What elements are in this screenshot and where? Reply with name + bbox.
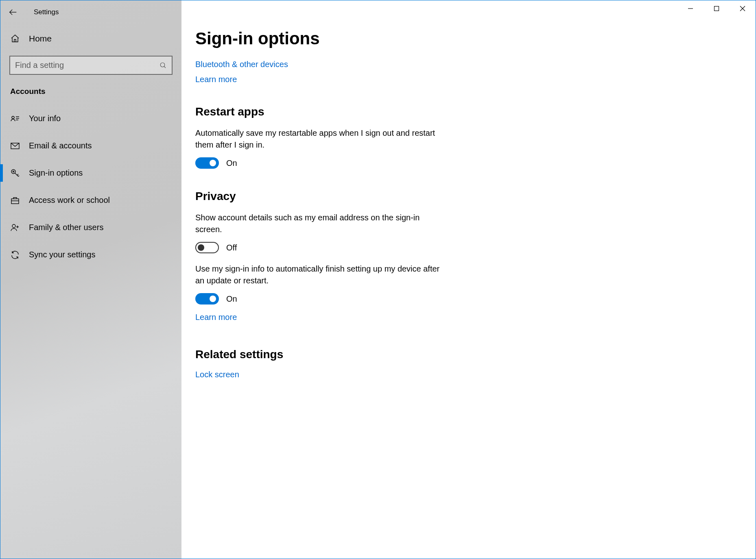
close-button[interactable] [730,0,756,17]
privacy-toggle-2-row: On [195,293,739,305]
home-label: Home [29,34,52,44]
svg-point-3 [12,116,14,119]
person-card-icon [10,114,20,124]
home-nav[interactable]: Home [0,22,181,56]
privacy-toggle-1-row: Off [195,242,739,253]
privacy-desc-2: Use my sign-in info to automatically fin… [195,263,448,287]
svg-point-15 [12,224,15,228]
titlebar-left: Settings [0,3,181,22]
minimize-icon [688,6,693,11]
svg-line-12 [18,176,19,176]
section-label: Accounts [0,83,181,105]
sidebar-item-sync-settings[interactable]: Sync your settings [0,241,181,268]
privacy-toggle-2-label: On [226,294,237,304]
restart-apps-description: Automatically save my restartable apps w… [195,127,448,151]
sidebar-item-sign-in-options[interactable]: Sign-in options [0,159,181,187]
svg-point-1 [160,63,165,67]
toggle-knob [198,244,204,251]
arrow-left-icon [9,8,17,17]
group-header-related: Related settings [195,348,739,361]
sidebar-item-label: Family & other users [29,223,103,232]
home-icon [10,34,20,44]
window-controls [181,0,756,19]
privacy-toggle-1-label: Off [226,243,237,252]
svg-point-9 [13,171,14,172]
minimize-button[interactable] [677,0,704,17]
briefcase-icon [10,196,20,205]
sidebar: Settings Home Accounts [0,0,181,559]
restart-apps-toggle-label: On [226,159,237,168]
key-icon [10,168,20,178]
sidebar-item-label: Access work or school [29,196,110,205]
svg-line-11 [17,174,18,175]
people-plus-icon [10,223,20,233]
restart-apps-toggle[interactable] [195,157,219,169]
toggle-knob [210,160,216,166]
back-button[interactable] [3,2,23,22]
maximize-icon [714,6,719,11]
svg-rect-13 [11,199,19,204]
link-learn-more-privacy[interactable]: Learn more [195,313,237,322]
privacy-toggle-2[interactable] [195,293,219,305]
search-box[interactable] [9,56,173,75]
svg-rect-19 [714,7,719,11]
group-header-privacy: Privacy [195,190,739,203]
app-title: Settings [34,8,59,16]
sidebar-item-your-info[interactable]: Your info [0,105,181,132]
mail-icon [10,141,20,151]
sync-icon [10,250,20,260]
privacy-toggle-1[interactable] [195,242,219,253]
close-icon [740,6,745,11]
page-title: Sign-in options [195,29,739,48]
toggle-knob [210,296,216,302]
group-header-restart-apps: Restart apps [195,105,739,118]
sidebar-item-label: Email & accounts [29,141,92,150]
search-wrap [0,56,181,83]
search-input[interactable] [15,61,159,70]
sidebar-item-family-other-users[interactable]: Family & other users [0,214,181,241]
sidebar-item-label: Sign-in options [29,168,83,178]
link-lock-screen[interactable]: Lock screen [195,370,239,379]
sidebar-item-access-work-school[interactable]: Access work or school [0,187,181,214]
sidebar-item-label: Your info [29,114,61,123]
content-area: Sign-in options Bluetooth & other device… [181,0,756,559]
maximize-button[interactable] [704,0,730,17]
privacy-desc-1: Show account details such as my email ad… [195,212,448,235]
restart-apps-toggle-row: On [195,157,739,169]
sidebar-item-email-accounts[interactable]: Email & accounts [0,132,181,159]
svg-line-2 [164,66,166,68]
link-bluetooth-devices[interactable]: Bluetooth & other devices [195,60,288,69]
main-scroll[interactable]: Sign-in options Bluetooth & other device… [181,19,756,559]
search-icon [159,61,168,70]
nav-list: Your info Email & accounts Sign-in optio… [0,105,181,268]
sidebar-item-label: Sync your settings [29,250,95,259]
link-learn-more-top[interactable]: Learn more [195,75,237,84]
